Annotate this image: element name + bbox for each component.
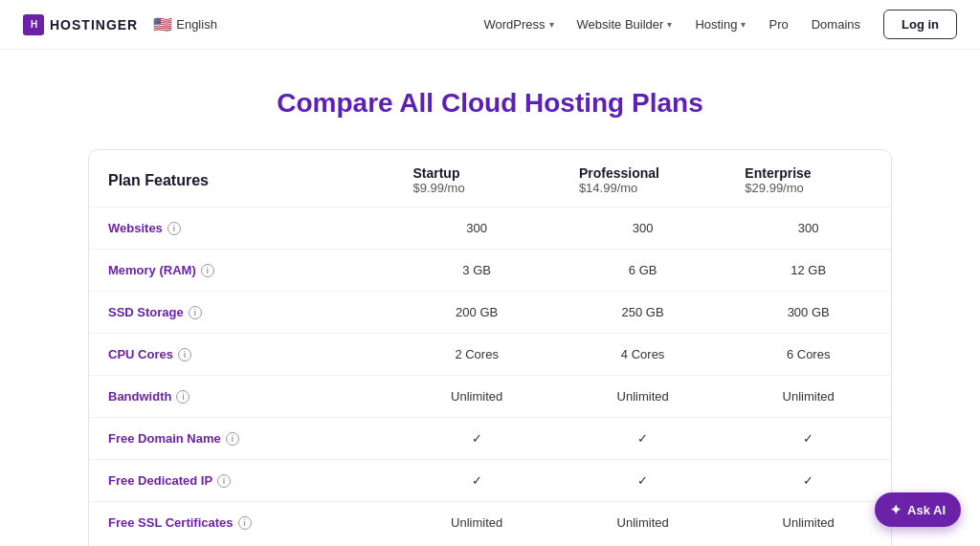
plan-header-enterprise: Enterprise $29.99/mo — [725, 150, 891, 207]
info-icon-free-dedicated-ip[interactable]: i — [217, 474, 231, 488]
feature-label-free-domain: Free Domain Name — [108, 431, 221, 446]
nav-item-domains[interactable]: Domains — [812, 17, 860, 32]
ai-star-icon: ✦ — [890, 502, 902, 517]
feature-label-memory-ram: Memory (RAM) — [108, 263, 196, 277]
value-cell-websites-0: 300 — [393, 207, 559, 250]
table-row-bandwidth: BandwidthiUnlimitedUnlimitedUnlimited — [89, 376, 891, 418]
info-icon-free-domain[interactable]: i — [226, 432, 239, 446]
value-cell-free-dedicated-ip-1: ✓ — [560, 460, 725, 502]
feature-label-wrap-free-domain: Free Domain Namei — [108, 431, 374, 446]
main-content: Compare All Cloud Hosting Plans Plan Fea… — [0, 50, 980, 546]
value-cell-free-dedicated-ip-2: ✓ — [725, 460, 891, 502]
language-label: English — [176, 17, 217, 32]
info-icon-ssd-storage[interactable]: i — [189, 306, 202, 319]
chevron-down-icon: ▾ — [549, 19, 554, 30]
value-cell-cpu-cores-0: 2 Cores — [393, 334, 559, 376]
table-row-free-dedicated-ip: Free Dedicated IPi✓✓✓ — [89, 460, 891, 502]
feature-cell-cpu-cores: CPU Coresi — [89, 334, 393, 376]
plan-header-startup: Startup $9.99/mo — [393, 150, 559, 207]
info-icon-memory-ram[interactable]: i — [201, 264, 214, 277]
value-cell-ssd-storage-1: 250 GB — [560, 292, 725, 334]
table-row-ssd-storage: SSD Storagei200 GB250 GB300 GB — [89, 292, 891, 334]
logo-icon: H — [23, 14, 44, 35]
feature-cell-free-dedicated-ip: Free Dedicated IPi — [89, 460, 393, 502]
nav-item-hosting[interactable]: Hosting ▾ — [695, 17, 746, 32]
table-row-free-domain: Free Domain Namei✓✓✓ — [89, 418, 891, 460]
feature-label-wrap-websites: Websitesi — [108, 221, 374, 235]
value-cell-free-domain-0: ✓ — [393, 418, 559, 460]
feature-label-cpu-cores: CPU Cores — [108, 347, 173, 361]
value-cell-free-domain-1: ✓ — [560, 418, 725, 460]
nav-item-website-builder[interactable]: Website Builder ▾ — [577, 17, 673, 32]
feature-label-ssd-storage: SSD Storage — [108, 305, 184, 319]
feature-label-wrap-cpu-cores: CPU Coresi — [108, 347, 374, 361]
info-icon-free-ssl[interactable]: i — [238, 516, 252, 530]
feature-cell-memory-ram: Memory (RAM)i — [89, 250, 393, 292]
table-row-free-ssl: Free SSL CertificatesiUnlimitedUnlimited… — [89, 502, 891, 544]
page-title: Compare All Cloud Hosting Plans — [23, 88, 957, 119]
logo[interactable]: H HOSTINGER — [23, 14, 138, 35]
value-cell-free-ssl-1: Unlimited — [560, 502, 725, 544]
feature-label-wrap-bandwidth: Bandwidthi — [108, 389, 374, 404]
header-left: H HOSTINGER 🇺🇸 English — [23, 14, 217, 35]
header: H HOSTINGER 🇺🇸 English WordPress ▾ Websi… — [0, 0, 980, 50]
plan-header-professional: Professional $14.99/mo — [560, 150, 725, 207]
feature-label-websites: Websites — [108, 221, 163, 235]
table-row-cpu-cores: CPU Coresi2 Cores4 Cores6 Cores — [89, 334, 891, 376]
main-nav: WordPress ▾ Website Builder ▾ Hosting ▾ … — [484, 10, 957, 39]
feature-column-header: Plan Features — [89, 150, 393, 207]
value-cell-ssd-storage-2: 300 GB — [725, 292, 891, 334]
value-cell-bandwidth-2: Unlimited — [725, 376, 891, 418]
feature-label-wrap-ssd-storage: SSD Storagei — [108, 305, 374, 319]
table-header-row: Plan Features Startup $9.99/mo Professio… — [89, 150, 891, 207]
nav-item-wordpress[interactable]: WordPress ▾ — [484, 17, 554, 32]
value-cell-cpu-cores-1: 4 Cores — [560, 334, 725, 376]
value-cell-memory-ram-1: 6 GB — [560, 250, 725, 292]
value-cell-cpu-cores-2: 6 Cores — [725, 334, 891, 376]
feature-label-wrap-memory-ram: Memory (RAM)i — [108, 263, 374, 277]
value-cell-ssd-storage-0: 200 GB — [393, 292, 559, 334]
value-cell-websites-2: 300 — [725, 207, 891, 250]
table-row-memory-ram: Memory (RAM)i3 GB6 GB12 GB — [89, 250, 891, 292]
plan-comparison-card: Plan Features Startup $9.99/mo Professio… — [88, 149, 892, 546]
ask-ai-label: Ask AI — [907, 503, 946, 517]
value-cell-websites-1: 300 — [560, 207, 725, 250]
login-button[interactable]: Log in — [883, 10, 957, 39]
chevron-down-icon: ▾ — [741, 19, 746, 30]
info-icon-cpu-cores[interactable]: i — [178, 348, 191, 361]
feature-label-free-ssl: Free SSL Certificates — [108, 515, 234, 530]
ask-ai-button[interactable]: ✦ Ask AI — [875, 492, 961, 527]
feature-cell-bandwidth: Bandwidthi — [89, 376, 393, 418]
value-cell-free-ssl-0: Unlimited — [393, 502, 559, 544]
info-icon-bandwidth[interactable]: i — [176, 390, 189, 404]
chevron-down-icon: ▾ — [667, 19, 672, 30]
feature-cell-ssd-storage: SSD Storagei — [89, 292, 393, 334]
feature-label-wrap-free-dedicated-ip: Free Dedicated IPi — [108, 473, 374, 488]
feature-cell-free-ssl: Free SSL Certificatesi — [89, 502, 393, 544]
value-cell-free-domain-2: ✓ — [725, 418, 891, 460]
language-selector[interactable]: 🇺🇸 English — [153, 15, 217, 33]
feature-label-wrap-free-ssl: Free SSL Certificatesi — [108, 515, 374, 530]
nav-item-pro[interactable]: Pro — [768, 17, 788, 32]
plan-table: Plan Features Startup $9.99/mo Professio… — [89, 150, 891, 546]
value-cell-memory-ram-2: 12 GB — [725, 250, 891, 292]
logo-text: HOSTINGER — [50, 17, 138, 33]
value-cell-bandwidth-0: Unlimited — [393, 376, 559, 418]
info-icon-websites[interactable]: i — [167, 222, 181, 235]
value-cell-free-ssl-2: Unlimited — [725, 502, 891, 544]
value-cell-free-dedicated-ip-0: ✓ — [393, 460, 559, 502]
feature-cell-free-domain: Free Domain Namei — [89, 418, 393, 460]
feature-label-free-dedicated-ip: Free Dedicated IP — [108, 473, 212, 488]
value-cell-memory-ram-0: 3 GB — [393, 250, 559, 292]
table-row-websites: Websitesi300300300 — [89, 207, 891, 250]
feature-cell-websites: Websitesi — [89, 207, 393, 250]
flag-icon: 🇺🇸 — [153, 15, 172, 33]
value-cell-bandwidth-1: Unlimited — [560, 376, 725, 418]
feature-label-bandwidth: Bandwidth — [108, 389, 171, 404]
